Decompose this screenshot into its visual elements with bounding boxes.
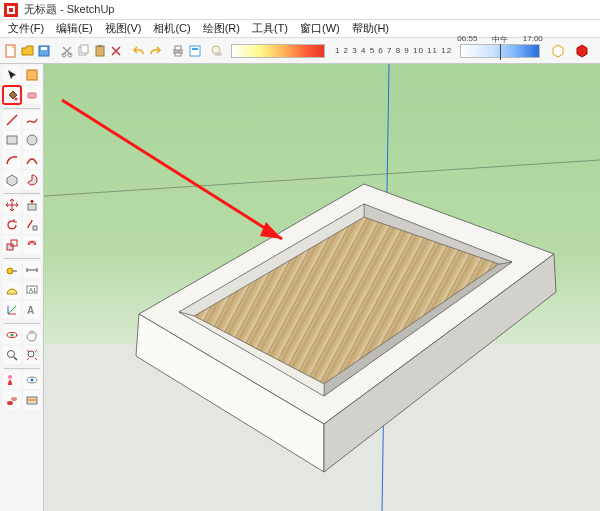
redo-icon[interactable]	[148, 41, 162, 61]
offset-tool-icon[interactable]	[23, 236, 41, 254]
rectangle-tool-icon[interactable]	[3, 131, 21, 149]
make-component-icon[interactable]	[23, 66, 41, 84]
model-canvas[interactable]	[44, 64, 600, 511]
menu-file[interactable]: 文件(F)	[2, 21, 50, 36]
svg-rect-12	[175, 46, 181, 50]
delete-icon[interactable]	[109, 41, 123, 61]
warehouse-icon[interactable]	[572, 41, 592, 61]
svg-point-27	[7, 268, 13, 274]
orbit-tool-icon[interactable]	[3, 326, 21, 344]
shadow-toggle-icon[interactable]	[210, 41, 224, 61]
pushpull-tool-icon[interactable]	[23, 196, 41, 214]
pan-tool-icon[interactable]	[23, 326, 41, 344]
menu-bar: 文件(F) 编辑(E) 视图(V) 相机(C) 绘图(R) 工具(T) 窗口(W…	[0, 20, 600, 38]
copy-icon[interactable]	[76, 41, 90, 61]
svg-rect-15	[192, 48, 198, 50]
paint-bucket-tool-icon[interactable]	[3, 86, 21, 104]
svg-rect-18	[27, 70, 37, 80]
window-title: 无标题 - SketchUp	[24, 2, 114, 17]
pie-tool-icon[interactable]	[23, 171, 41, 189]
svg-text:A: A	[27, 305, 34, 316]
svg-rect-10	[98, 45, 102, 47]
cut-icon[interactable]	[60, 41, 74, 61]
top-toolbar: 1 2 3 4 5 6 7 8 9 10 11 12 06:55 中午 17:0…	[0, 38, 600, 64]
menu-view[interactable]: 视图(V)	[99, 21, 148, 36]
svg-point-39	[11, 397, 17, 401]
menu-tools[interactable]: 工具(T)	[246, 21, 294, 36]
date-scale-labels: 1 2 3 4 5 6 7 8 9 10 11 12	[335, 46, 452, 55]
protractor-tool-icon[interactable]	[3, 281, 21, 299]
extension-icon[interactable]	[548, 41, 568, 61]
menu-window[interactable]: 窗口(W)	[294, 21, 346, 36]
svg-rect-25	[7, 244, 13, 250]
text-tool-icon[interactable]: A1	[23, 281, 41, 299]
svg-point-38	[7, 401, 13, 405]
viewport[interactable]	[44, 64, 600, 511]
svg-rect-24	[33, 226, 37, 230]
new-icon[interactable]	[4, 41, 18, 61]
paste-icon[interactable]	[93, 41, 107, 61]
select-tool-icon[interactable]	[3, 66, 21, 84]
undo-icon[interactable]	[132, 41, 146, 61]
move-tool-icon[interactable]	[3, 196, 21, 214]
svg-rect-23	[28, 204, 36, 210]
time-label-late: 17:00	[523, 34, 543, 43]
svg-rect-13	[175, 53, 181, 56]
axes-tool-icon[interactable]	[3, 301, 21, 319]
svg-rect-8	[81, 45, 88, 53]
svg-text:A1: A1	[29, 287, 37, 293]
svg-rect-21	[7, 136, 17, 144]
svg-point-22	[27, 135, 37, 145]
look-around-icon[interactable]	[23, 371, 41, 389]
eraser-tool-icon[interactable]	[23, 86, 41, 104]
left-toolbar: A1 A	[0, 64, 44, 511]
arc-tool-icon[interactable]	[3, 151, 21, 169]
section-plane-icon[interactable]	[23, 391, 41, 409]
model-info-icon[interactable]	[187, 41, 201, 61]
freehand-tool-icon[interactable]	[23, 111, 41, 129]
2pt-arc-tool-icon[interactable]	[23, 151, 41, 169]
dimension-tool-icon[interactable]	[23, 261, 41, 279]
menu-draw[interactable]: 绘图(R)	[197, 21, 246, 36]
svg-rect-1	[9, 8, 13, 12]
followme-tool-icon[interactable]	[23, 216, 41, 234]
app-icon	[4, 3, 18, 17]
time-label-early: 06:55	[457, 34, 477, 43]
polygon-tool-icon[interactable]	[3, 171, 21, 189]
time-slider[interactable]: 06:55 中午 17:00	[460, 44, 540, 58]
print-icon[interactable]	[171, 41, 185, 61]
circle-tool-icon[interactable]	[23, 131, 41, 149]
line-tool-icon[interactable]	[3, 111, 21, 129]
menu-edit[interactable]: 编辑(E)	[50, 21, 99, 36]
position-camera-icon[interactable]	[3, 371, 21, 389]
title-bar: 无标题 - SketchUp	[0, 0, 600, 20]
svg-point-35	[8, 375, 12, 379]
scale-tool-icon[interactable]	[3, 236, 21, 254]
svg-point-32	[10, 334, 13, 337]
svg-rect-20	[28, 93, 36, 98]
open-icon[interactable]	[20, 41, 34, 61]
tape-tool-icon[interactable]	[3, 261, 21, 279]
zoom-tool-icon[interactable]	[3, 346, 21, 364]
zoom-extents-tool-icon[interactable]	[23, 346, 41, 364]
save-icon[interactable]	[37, 41, 51, 61]
svg-point-37	[30, 379, 33, 382]
svg-rect-9	[96, 46, 104, 56]
menu-help[interactable]: 帮助(H)	[346, 21, 395, 36]
svg-point-17	[214, 52, 222, 56]
svg-rect-4	[41, 47, 47, 50]
date-slider[interactable]	[231, 44, 325, 58]
3dtext-tool-icon[interactable]: A	[23, 301, 41, 319]
rotate-tool-icon[interactable]	[3, 216, 21, 234]
svg-point-33	[7, 351, 14, 358]
svg-point-19	[14, 98, 17, 101]
menu-camera[interactable]: 相机(C)	[147, 21, 196, 36]
walk-tool-icon[interactable]	[3, 391, 21, 409]
svg-rect-14	[190, 46, 200, 56]
